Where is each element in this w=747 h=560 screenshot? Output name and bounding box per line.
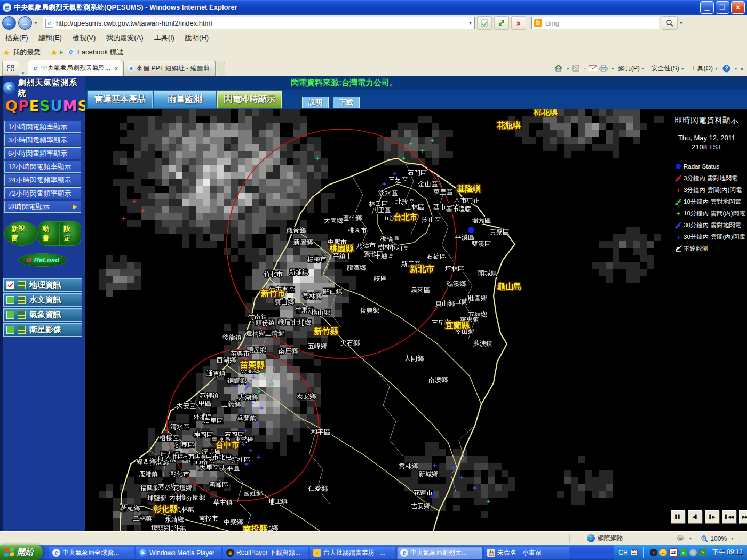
refresh-button[interactable] <box>494 16 509 30</box>
tray-kkbox-icon[interactable]: ◂▸ <box>680 549 687 556</box>
task-button-3[interactable]: ◗台大批踢踢實業坊 - ... <box>310 547 395 559</box>
menu-item-1[interactable]: 編輯(E) <box>34 31 67 44</box>
sidebar-item-2[interactable]: 6小時閃電頻率顯示 <box>4 147 81 159</box>
feeds-icon[interactable] <box>571 64 581 73</box>
layer-toggle-3[interactable]: 衛星影像 <box>3 323 82 337</box>
radar-map[interactable] <box>85 109 664 531</box>
nav-button-1[interactable]: 雨量監測 <box>153 90 217 109</box>
layer-checkbox[interactable] <box>6 311 14 319</box>
radar-map-canvas[interactable] <box>85 109 664 531</box>
menu-item-0[interactable]: 檔案(F) <box>0 31 34 44</box>
command-safety[interactable]: 安全性(S)▼ <box>649 63 687 74</box>
search-options-caret[interactable]: ▼ <box>679 21 683 25</box>
help-icon[interactable]: ? <box>722 64 732 73</box>
sidebar-item-1[interactable]: 3小時閃電頻率顯示 <box>4 134 81 146</box>
print-caret[interactable]: ▼ <box>611 67 615 70</box>
layer-toggle-1[interactable]: 水文資訊 <box>3 293 82 307</box>
sidebar-item-4[interactable]: 24小時閃電頻率顯示 <box>4 174 81 186</box>
layer-toggle-2[interactable]: 氣象資訊 <box>3 308 82 322</box>
add-favorite-icon[interactable]: ★ <box>50 47 58 58</box>
tray-real-icon[interactable]: ● <box>650 549 657 556</box>
legend-label: 30分鐘內 雲間(內)閃電 <box>684 233 745 241</box>
minimize-button[interactable]: ▁ <box>700 1 714 14</box>
task-button-2[interactable]: ◉RealPlayer 下載與錄... <box>223 547 308 559</box>
layer-toggle-0[interactable]: 地理資訊 <box>3 278 82 292</box>
close-button[interactable]: ✕ <box>731 1 745 14</box>
help-caret[interactable]: ▼ <box>734 67 738 70</box>
start-button[interactable]: 開始 <box>0 545 43 560</box>
mail-icon[interactable] <box>588 64 598 73</box>
command-page[interactable]: 網頁(P)▼ <box>616 63 648 74</box>
tray-smiley-icon[interactable]: ᴗ <box>659 549 667 556</box>
command-tools[interactable]: 工具(O)▼ <box>688 63 721 74</box>
task-button-0[interactable]: e中央氣象局全球資... <box>49 547 134 559</box>
more-commands-chevron[interactable]: » <box>740 65 744 73</box>
expand-grid-icon[interactable] <box>18 281 26 289</box>
animation-button[interactable]: 動畫 <box>38 221 59 246</box>
go-start-button[interactable]: ▌◀◀ <box>722 510 736 524</box>
task-button-5[interactable]: 未命名 - 小畫家 <box>484 547 569 559</box>
go-end-button[interactable]: ▶▶▌ <box>739 510 747 524</box>
menu-item-5[interactable]: 說明(H) <box>180 31 214 44</box>
ime-language-indicator[interactable]: CH <box>618 549 627 556</box>
search-button[interactable] <box>662 16 678 30</box>
help-button[interactable]: 說明 <box>302 97 329 108</box>
restore-button[interactable]: ❐ <box>716 1 729 14</box>
sidebar-item-0[interactable]: 1小時閃電頻率顯示 <box>4 121 81 133</box>
home-icon[interactable] <box>554 64 563 73</box>
pause-button[interactable]: ▌▌ <box>671 510 685 524</box>
zoom-control[interactable]: 100% ▼ ⋰ <box>696 535 747 542</box>
download-button[interactable]: 下載 <box>333 97 360 108</box>
menu-item-3[interactable]: 我的最愛(A) <box>101 31 148 44</box>
sidebar-item-active[interactable]: 即時閃電顯示▶ <box>4 201 81 213</box>
back-button[interactable]: ← <box>2 16 16 30</box>
search-box[interactable]: b Bing <box>531 17 659 29</box>
tray-speaker-icon[interactable] <box>689 549 697 556</box>
home-caret[interactable]: ▼ <box>566 67 570 70</box>
keyboard-icon[interactable] <box>631 549 638 555</box>
recent-pages-caret[interactable]: ▼ <box>34 21 38 26</box>
favorites-button[interactable]: 我的最愛 <box>13 47 41 57</box>
expand-grid-icon[interactable] <box>18 296 26 304</box>
address-field[interactable]: e http://qpesums.cwb.gov.tw/taiwan-html2… <box>43 17 475 29</box>
ie-tab-icon: e <box>32 65 39 71</box>
step-back-button[interactable]: ◀▌ <box>688 510 702 524</box>
task-button-4[interactable]: e中央氣象局劇烈天... <box>397 547 482 559</box>
layer-checkbox[interactable] <box>6 296 14 304</box>
task-button-1[interactable]: ▶Windows Media Player <box>136 547 221 559</box>
forward-button[interactable]: → <box>18 16 32 30</box>
expand-grid-icon[interactable] <box>18 311 26 319</box>
sidebar-item-5[interactable]: 72小時閃電頻率顯示 <box>4 187 81 199</box>
layer-checkbox[interactable] <box>6 281 14 289</box>
compatibility-view-button[interactable] <box>477 16 492 30</box>
expand-grid-icon[interactable] <box>18 326 26 334</box>
tab-0[interactable]: e中央氣象局劇烈天氣監...x <box>28 60 122 76</box>
tray-cal-icon[interactable]: 12 <box>669 548 678 557</box>
nav-active-button-2[interactable]: 閃電即時顯示 <box>217 90 282 109</box>
url-text[interactable]: http://qpesums.cwb.gov.tw/taiwan-html2/i… <box>56 19 467 27</box>
new-tab-stub[interactable] <box>217 62 225 76</box>
search-placeholder[interactable]: Bing <box>545 19 559 27</box>
nav-button-0[interactable]: 雷達基本產品 <box>87 90 153 109</box>
settings-button[interactable]: 設定 <box>60 221 81 246</box>
favorite-item-facebook[interactable]: Facebook 標誌 <box>77 47 124 57</box>
print-icon[interactable] <box>599 64 608 73</box>
cwb-logo-icon: Ϛ <box>3 82 15 94</box>
new-window-button[interactable]: 新視窗 <box>4 221 38 246</box>
tray-green-icon[interactable]: ➣ <box>699 549 706 556</box>
step-forward-button[interactable]: ▌▶ <box>705 510 719 524</box>
protected-mode-control[interactable]: ▼ <box>672 535 696 542</box>
quick-tabs-button[interactable] <box>2 61 19 76</box>
stop-button[interactable]: × <box>511 16 526 30</box>
menu-item-2[interactable]: 檢視(V) <box>67 31 101 44</box>
zoom-caret[interactable]: ▼ <box>730 537 734 540</box>
protected-mode-caret[interactable]: ▼ <box>688 537 692 540</box>
address-dropdown-caret[interactable]: ▼ <box>468 21 472 25</box>
tab-list-caret[interactable]: ▼ <box>21 71 25 76</box>
tab-close-icon[interactable]: x <box>115 65 118 71</box>
tab-1[interactable]: e來個 PPT 短網址 - 縮圖剪... <box>123 61 216 76</box>
reload-button[interactable]: ↺ ReLoad <box>18 253 67 267</box>
layer-checkbox[interactable] <box>6 326 14 334</box>
sidebar-item-3[interactable]: 12小時閃電頻率顯示 <box>4 161 81 173</box>
menu-item-4[interactable]: 工具(I) <box>149 31 180 44</box>
